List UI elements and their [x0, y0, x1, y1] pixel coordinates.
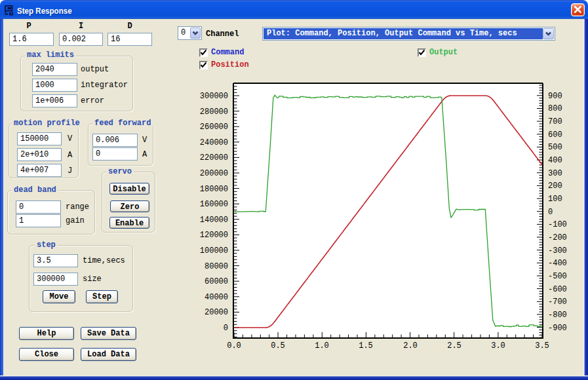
- svg-text:600: 600: [548, 130, 562, 140]
- svg-text:-500: -500: [548, 272, 567, 281]
- svg-text:280000: 280000: [200, 107, 228, 117]
- svg-text:0: 0: [224, 324, 228, 333]
- svg-text:140000: 140000: [200, 216, 228, 225]
- svg-text:120000: 120000: [200, 231, 228, 240]
- svg-text:160000: 160000: [200, 200, 228, 209]
- svg-text:0: 0: [548, 208, 553, 217]
- svg-text:200000: 200000: [200, 169, 228, 178]
- svg-text:0.0: 0.0: [227, 341, 241, 351]
- svg-text:240000: 240000: [200, 138, 228, 147]
- svg-text:400: 400: [548, 156, 562, 165]
- svg-text:80000: 80000: [205, 262, 228, 271]
- svg-text:-600: -600: [548, 285, 567, 294]
- svg-text:20000: 20000: [205, 308, 228, 317]
- svg-text:200: 200: [548, 181, 562, 191]
- svg-text:180000: 180000: [200, 185, 228, 194]
- svg-text:2.0: 2.0: [403, 341, 418, 351]
- svg-text:0.5: 0.5: [271, 341, 285, 351]
- svg-text:500: 500: [548, 143, 562, 152]
- svg-text:60000: 60000: [205, 277, 228, 286]
- svg-text:-300: -300: [548, 246, 567, 256]
- svg-text:260000: 260000: [200, 123, 228, 132]
- svg-text:220000: 220000: [200, 153, 228, 162]
- svg-text:-900: -900: [548, 324, 567, 333]
- svg-text:-100: -100: [548, 220, 567, 229]
- svg-text:3.0: 3.0: [491, 341, 505, 351]
- svg-text:1.0: 1.0: [315, 341, 329, 351]
- svg-text:300000: 300000: [200, 92, 228, 101]
- svg-text:2.5: 2.5: [447, 341, 461, 351]
- svg-text:1.5: 1.5: [359, 341, 373, 351]
- svg-text:100: 100: [548, 195, 562, 204]
- svg-text:100000: 100000: [200, 246, 228, 256]
- svg-text:900: 900: [548, 92, 562, 101]
- svg-text:40000: 40000: [205, 293, 228, 302]
- svg-text:3.5: 3.5: [535, 341, 549, 351]
- svg-text:800: 800: [548, 104, 562, 113]
- svg-text:300: 300: [548, 169, 562, 178]
- svg-text:-200: -200: [548, 233, 567, 242]
- svg-text:-400: -400: [548, 259, 567, 268]
- svg-text:700: 700: [548, 117, 562, 126]
- svg-text:-800: -800: [548, 311, 567, 320]
- svg-text:-700: -700: [548, 297, 567, 307]
